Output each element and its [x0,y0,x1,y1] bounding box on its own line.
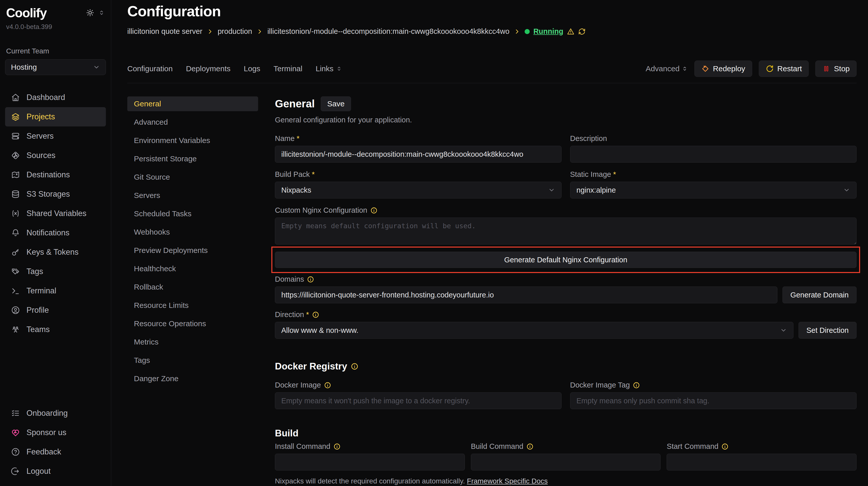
team-select[interactable]: Hosting [5,59,106,75]
subnav-rollback[interactable]: Rollback [127,280,258,294]
subnav-webhooks[interactable]: Webhooks [127,225,258,239]
header-actions: Advanced Redeploy Restart Stop [646,61,857,77]
build-pack-select[interactable]: Nixpacks [275,182,561,198]
static-image-select[interactable]: nginx:alpine [570,182,857,198]
set-direction-button[interactable]: Set Direction [799,322,857,339]
domains-input[interactable] [275,287,777,303]
git-source-icon [11,151,20,160]
install-command-input[interactable] [275,454,465,471]
server-icon [11,132,20,140]
database-icon [11,190,20,198]
advanced-dropdown[interactable]: Advanced [646,64,687,73]
breadcrumb-application[interactable]: illicitestonion/-module--decomposition:m… [267,27,509,36]
save-button[interactable]: Save [321,96,351,111]
sidebar-item-logout[interactable]: Logout [5,461,106,481]
framework-docs-link[interactable]: Framework Specific Docs [467,477,548,485]
name-input[interactable] [275,146,561,163]
tab-deployments[interactable]: Deployments [186,64,230,73]
subnav-advanced[interactable]: Advanced [127,115,258,130]
info-icon[interactable] [633,382,640,389]
docker-image-tag-input[interactable] [570,392,857,409]
sidebar-item-label: Terminal [27,286,56,295]
start-command-input[interactable] [666,454,857,471]
subnav-resource-limits[interactable]: Resource Limits [127,298,258,313]
tab-links[interactable]: Links [316,64,342,73]
sidebar-item-destinations[interactable]: Destinations [5,165,106,185]
sidebar-item-keys-tokens[interactable]: Keys & Tokens [5,242,106,262]
sidebar-item-projects[interactable]: Projects [5,107,106,126]
subnav-environment-variables[interactable]: Environment Variables [127,133,258,148]
subnav-general[interactable]: General [127,96,258,111]
sidebar-item-profile[interactable]: Profile [5,300,106,320]
general-form: General Save General configuration for y… [275,96,857,486]
sidebar: Coolify v4.0.0-beta.399 Current Team Hos… [0,0,111,486]
sidebar-item-notifications[interactable]: Notifications [5,223,106,242]
subnav-healthcheck[interactable]: Healthcheck [127,261,258,276]
sidebar-nav: Dashboard Projects Servers Sources Desti… [5,88,106,339]
tab-configuration[interactable]: Configuration [127,64,173,73]
subnav-git-source[interactable]: Git Source [127,170,258,185]
sidebar-item-dashboard[interactable]: Dashboard [5,88,106,107]
theme-updown-icon[interactable] [98,9,105,16]
help-circle-icon [11,448,20,456]
stop-button[interactable]: Stop [815,61,857,77]
chevron-updown-icon [682,66,688,72]
status-badge[interactable]: Running [533,27,563,36]
sidebar-item-terminal[interactable]: Terminal [5,281,106,300]
main-content: Configuration illicitonion quote server … [111,0,868,486]
sidebar-item-feedback[interactable]: Feedback [5,442,106,461]
team-select-value: Hosting [11,63,37,71]
generate-nginx-config-button[interactable]: Generate Default Nginx Configuration [275,252,857,268]
build-command-input[interactable] [471,454,661,471]
info-icon[interactable] [312,311,319,318]
sidebar-item-onboarding[interactable]: Onboarding [5,403,106,423]
subnav-danger-zone[interactable]: Danger Zone [127,371,258,386]
tags-icon [11,267,20,276]
build-command-label: Build Command [471,442,523,451]
subnav-preview-deployments[interactable]: Preview Deployments [127,243,258,258]
domains-label: Domains [275,275,304,284]
tabs-row: Configuration Deployments Logs Terminal … [127,61,857,83]
refresh-icon[interactable] [578,28,586,35]
subnav-servers[interactable]: Servers [127,188,258,203]
sidebar-item-s3-storages[interactable]: S3 Storages [5,185,106,204]
redeploy-button[interactable]: Redeploy [694,61,752,77]
page-title: Configuration [127,0,857,20]
chevron-right-icon [207,29,213,35]
tab-logs[interactable]: Logs [244,64,260,73]
info-icon[interactable] [721,443,728,450]
theme-sun-icon[interactable] [86,9,94,17]
breadcrumb-project[interactable]: illicitonion quote server [127,27,203,36]
logo-row: Coolify [5,0,106,20]
nginx-config-label: Custom Nginx Configuration [275,206,367,215]
info-icon[interactable] [351,363,359,370]
info-icon[interactable] [307,276,314,283]
stop-label: Stop [834,64,850,73]
info-icon[interactable] [526,443,533,450]
sidebar-item-tags[interactable]: Tags [5,262,106,281]
tab-terminal[interactable]: Terminal [274,64,302,73]
subnav-persistent-storage[interactable]: Persistent Storage [127,152,258,166]
sidebar-item-sources[interactable]: Sources [5,146,106,165]
variables-icon [11,209,20,218]
sidebar-item-shared-variables[interactable]: Shared Variables [5,204,106,223]
sidebar-item-teams[interactable]: Teams [5,320,106,339]
generate-domain-button[interactable]: Generate Domain [782,287,857,303]
subnav-tags[interactable]: Tags [127,353,258,368]
info-icon[interactable] [370,207,377,214]
description-input[interactable] [570,146,857,163]
info-icon[interactable] [324,382,331,389]
direction-value: Allow www & non-www. [281,326,359,334]
direction-select[interactable]: Allow www & non-www. [275,322,794,339]
restart-button[interactable]: Restart [759,61,809,77]
docker-image-input[interactable] [275,392,561,409]
subnav-resource-operations[interactable]: Resource Operations [127,316,258,331]
nginx-config-textarea[interactable] [275,218,857,245]
sidebar-item-servers[interactable]: Servers [5,126,106,146]
subnav-metrics[interactable]: Metrics [127,334,258,349]
breadcrumb-environment[interactable]: production [218,27,252,36]
description-label: Description [570,134,607,143]
subnav-scheduled-tasks[interactable]: Scheduled Tasks [127,206,258,221]
info-icon[interactable] [334,443,341,450]
sidebar-item-sponsor[interactable]: Sponsor us [5,423,106,442]
